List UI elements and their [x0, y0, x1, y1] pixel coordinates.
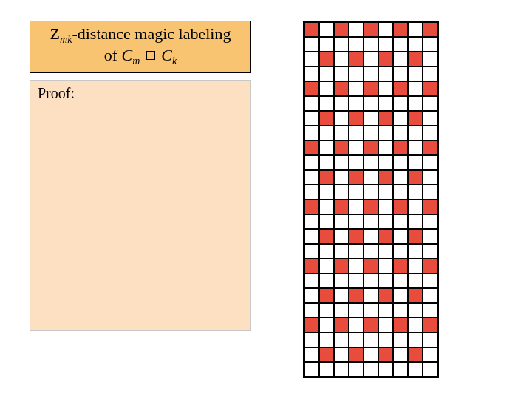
grid-cell [349, 170, 364, 185]
grid-cell [349, 259, 364, 273]
grid-cell [304, 126, 319, 140]
grid-cell [304, 37, 319, 52]
cartesian-product-icon [146, 51, 155, 60]
title-Ck-C: C [161, 46, 172, 64]
grid-cell [408, 22, 423, 37]
grid-cell [349, 273, 364, 288]
grid-cell [334, 155, 349, 170]
grid-cell [408, 362, 423, 377]
grid-cell [349, 214, 364, 229]
grid-cell [319, 22, 334, 37]
grid-cell [334, 22, 349, 37]
grid-cell [378, 37, 393, 52]
grid-cell [334, 200, 349, 214]
title-rest: -distance magic labeling [72, 24, 231, 43]
grid-cell [393, 214, 408, 229]
grid-cell [408, 214, 423, 229]
grid-cell [334, 37, 349, 52]
grid-cell [364, 288, 378, 303]
grid-cell [319, 288, 334, 303]
grid-cell [423, 96, 437, 111]
grid-cell [393, 66, 408, 81]
grid-cell [304, 362, 319, 377]
grid-cell [319, 318, 334, 332]
grid-cell [334, 170, 349, 185]
grid-cell [349, 52, 364, 66]
grid-cell [334, 362, 349, 377]
grid-cell [334, 244, 349, 259]
grid-cell [304, 66, 319, 81]
grid-cell [334, 96, 349, 111]
grid-cell [423, 332, 437, 347]
grid-cell [304, 303, 319, 318]
grid-cell [304, 140, 319, 155]
grid-cell [423, 318, 437, 332]
grid-cell [319, 303, 334, 318]
title-sub-mk: mk [60, 34, 72, 45]
title-line-1: Zmk-distance magic labeling [33, 24, 248, 46]
grid-cell [408, 288, 423, 303]
grid-cell [304, 229, 319, 244]
grid-cell [304, 273, 319, 288]
grid-cell [378, 126, 393, 140]
grid-cell [378, 303, 393, 318]
grid-cell [378, 96, 393, 111]
grid-cell [408, 96, 423, 111]
grid-cell [378, 111, 393, 126]
grid-cell [378, 22, 393, 37]
grid-cell [334, 318, 349, 332]
grid-cell [393, 170, 408, 185]
grid-cell [423, 66, 437, 81]
grid-cell [393, 111, 408, 126]
grid-cell [408, 303, 423, 318]
grid-cell [393, 81, 408, 96]
grid-cell [408, 244, 423, 259]
grid-cell [408, 229, 423, 244]
title-Z: Z [50, 24, 60, 43]
grid-cell [408, 111, 423, 126]
grid-cell [408, 155, 423, 170]
grid-cell [378, 66, 393, 81]
title-Ck-sub: k [172, 56, 177, 67]
grid-cell [319, 81, 334, 96]
grid-cell [349, 288, 364, 303]
grid-cell [393, 244, 408, 259]
grid-cell [334, 140, 349, 155]
grid-cell [349, 111, 364, 126]
grid-cell [364, 273, 378, 288]
grid-cell [349, 347, 364, 362]
grid-cell [423, 200, 437, 214]
grid-cell [393, 318, 408, 332]
grid-cell [423, 37, 437, 52]
grid-cell [408, 332, 423, 347]
grid-cell [364, 362, 378, 377]
grid-cell [378, 332, 393, 347]
grid-cell [304, 244, 319, 259]
grid-cell [393, 96, 408, 111]
grid-cell [334, 81, 349, 96]
grid-cell [334, 185, 349, 200]
grid-cell [319, 96, 334, 111]
grid-cell [393, 37, 408, 52]
grid-cell [364, 81, 378, 96]
grid-cell [334, 288, 349, 303]
grid-cell [378, 259, 393, 273]
grid-cell [349, 22, 364, 37]
grid-cell [319, 126, 334, 140]
grid-cell [423, 111, 437, 126]
grid-cell [319, 214, 334, 229]
grid-cell [349, 318, 364, 332]
grid-cell [378, 200, 393, 214]
grid-cell [319, 244, 334, 259]
grid-cell [304, 170, 319, 185]
grid-cell [364, 200, 378, 214]
grid-cell [349, 200, 364, 214]
grid-cell [423, 185, 437, 200]
grid-cell [408, 66, 423, 81]
grid-cell [423, 170, 437, 185]
grid-cell [334, 347, 349, 362]
grid-cell [378, 81, 393, 96]
grid-cell [393, 288, 408, 303]
grid-cell [364, 140, 378, 155]
grid-cell [304, 259, 319, 273]
